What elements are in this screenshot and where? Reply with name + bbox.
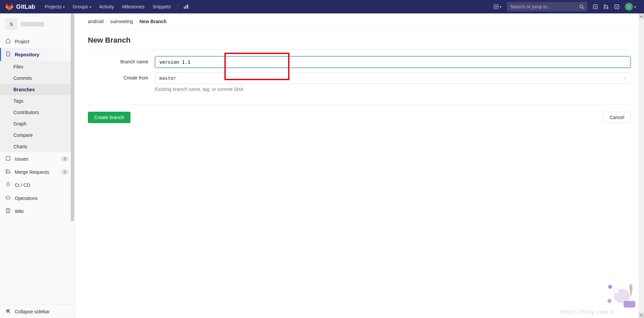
sidebar-item-wiki[interactable]: Wiki: [0, 205, 74, 218]
sidebar-label: CI / CD: [15, 182, 30, 188]
label-create-from: Create from: [88, 72, 155, 81]
nav-milestones[interactable]: Milestones: [118, 0, 149, 13]
svg-point-18: [6, 169, 7, 171]
svg-point-6: [595, 6, 596, 7]
mr-count-badge: 0: [61, 169, 69, 175]
page-scrollbar[interactable]: ▲ ▼: [639, 13, 644, 318]
chevron-right-icon: ›: [136, 19, 137, 23]
page-title: New Branch: [88, 36, 631, 50]
svg-point-7: [604, 5, 605, 6]
analytics-icon[interactable]: [180, 0, 191, 13]
sidebar-sub-contributors[interactable]: Contributors: [0, 107, 74, 118]
collapse-label: Collapse sidebar: [15, 309, 50, 314]
svg-point-14: [627, 8, 628, 9]
chevron-down-icon: ▾: [63, 5, 65, 9]
chevron-down-icon: ▾: [634, 5, 636, 9]
issues-icon: [5, 156, 11, 162]
sidebar-sub-compare[interactable]: Compare: [0, 129, 74, 141]
svg-rect-26: [624, 302, 635, 307]
nav-groups[interactable]: Groups ▾: [69, 0, 95, 13]
search-input[interactable]: [510, 4, 579, 9]
create-branch-button[interactable]: Create branch: [88, 112, 130, 123]
book-icon: [5, 208, 11, 214]
sidebar-item-merge-requests[interactable]: Merge Requests 0: [0, 165, 74, 178]
rocket-icon: [5, 182, 11, 188]
sidebar-item-issues[interactable]: Issues 0: [0, 152, 74, 165]
chevron-down-icon: ▾: [624, 76, 626, 80]
project-avatar: S: [5, 18, 17, 30]
global-search[interactable]: [507, 2, 587, 11]
user-avatar: [625, 3, 633, 11]
todos-icon[interactable]: [611, 0, 622, 13]
user-menu[interactable]: ▾: [622, 0, 639, 13]
svg-point-9: [607, 7, 608, 9]
sidebar-item-operations[interactable]: Operations: [0, 192, 74, 205]
sidebar-scrollbar[interactable]: [71, 13, 74, 305]
scrollbar-up-button[interactable]: ▲: [639, 13, 644, 19]
sidebar-label: Merge Requests: [15, 169, 49, 175]
sidebar-label: Issues: [15, 156, 28, 162]
watermark-text: https://blog.csdn.n: [560, 309, 614, 315]
cancel-button[interactable]: Cancel: [603, 112, 631, 123]
sidebar-label: Wiki: [15, 209, 23, 214]
scrollbar-down-button[interactable]: ▼: [639, 313, 644, 318]
svg-point-16: [629, 6, 630, 7]
label-branch-name: Branch name: [88, 56, 155, 64]
create-from-help: Existing branch name, tag, or commit SHA: [155, 87, 631, 92]
collapse-sidebar-button[interactable]: Collapse sidebar: [0, 305, 74, 318]
sidebar-label: Project: [15, 39, 30, 44]
merge-requests-icon[interactable]: [601, 0, 611, 13]
sidebar-sub-commits[interactable]: Commits: [0, 72, 74, 84]
project-name-redacted: [21, 22, 44, 26]
breadcrumb-link-project[interactable]: suimeeting: [110, 19, 133, 24]
create-from-value: master: [159, 75, 176, 81]
sidebar-sub-tags[interactable]: Tags: [0, 95, 74, 107]
sidebar-sub-files[interactable]: Files: [0, 61, 74, 72]
svg-point-24: [607, 299, 611, 303]
sidebar-item-cicd[interactable]: CI / CD: [0, 178, 74, 192]
brand-text: GitLab: [16, 3, 35, 10]
svg-point-4: [580, 5, 583, 8]
svg-point-13: [630, 5, 631, 6]
top-navbar: GitLab Projects ▾ Groups ▾ Activity Mile…: [0, 0, 644, 13]
svg-rect-17: [6, 156, 10, 160]
search-icon: [579, 4, 584, 9]
chevron-right-icon: ›: [106, 19, 108, 23]
main-content: android › suimeeting › New Branch New Br…: [74, 13, 644, 318]
svg-point-21: [614, 289, 629, 303]
sidebar-project-header[interactable]: S: [0, 13, 74, 35]
svg-rect-2: [187, 4, 188, 9]
corner-decoration-icon: [607, 281, 639, 313]
sidebar-scrollbar-thumb[interactable]: [71, 13, 74, 221]
breadcrumb: android › suimeeting › New Branch: [88, 19, 631, 29]
chevron-down-icon: ▾: [500, 5, 501, 9]
breadcrumb-link-group[interactable]: android: [88, 19, 104, 24]
nav-activity[interactable]: Activity: [95, 0, 118, 13]
sidebar-label: Operations: [15, 196, 38, 201]
svg-rect-1: [185, 5, 186, 9]
sidebar-sub-charts[interactable]: Charts: [0, 141, 74, 152]
nav-divider: [177, 3, 178, 10]
sidebar-label: Repository: [15, 52, 39, 57]
plus-menu[interactable]: ▾: [491, 0, 504, 13]
branch-name-input[interactable]: [155, 56, 631, 68]
tanuki-icon: [5, 3, 13, 11]
issues-count-badge: 0: [61, 156, 69, 162]
repository-submenu: Files Commits Branches Tags Contributors…: [0, 61, 74, 152]
gitlab-logo[interactable]: GitLab: [5, 3, 35, 11]
sidebar-item-repository[interactable]: Repository: [0, 48, 74, 61]
create-from-dropdown[interactable]: master ▾: [155, 72, 631, 84]
sidebar-sub-graph[interactable]: Graph: [0, 118, 74, 129]
project-sidebar: S Project Repository Files Commits Branc…: [0, 13, 74, 318]
issues-icon[interactable]: [590, 0, 601, 13]
sidebar-item-project[interactable]: Project: [0, 35, 74, 48]
chevron-double-left-icon: [5, 308, 11, 315]
merge-icon: [5, 169, 11, 175]
svg-rect-25: [624, 301, 635, 308]
svg-point-19: [6, 172, 7, 173]
nav-projects[interactable]: Projects ▾: [41, 0, 69, 13]
nav-snippets[interactable]: Snippets: [149, 0, 175, 13]
sidebar-sub-branches[interactable]: Branches: [0, 84, 74, 95]
svg-point-23: [608, 285, 612, 289]
chevron-down-icon: ▾: [90, 5, 91, 9]
